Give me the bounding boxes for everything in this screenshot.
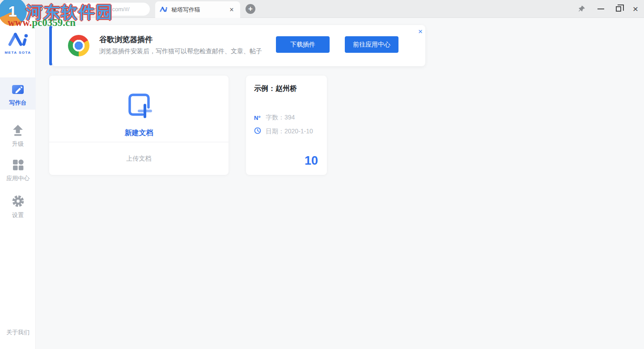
upload-arrow-icon — [12, 130, 24, 138]
gear-icon — [12, 201, 25, 209]
wordcount-text: 字数：394 — [266, 114, 295, 122]
goto-app-center-button[interactable]: 前往应用中心 — [345, 36, 398, 53]
chrome-icon — [68, 35, 89, 56]
sidebar-item-label: 写作台 — [0, 99, 36, 107]
sidebar-item-writing-desk[interactable]: 写作台 — [0, 77, 36, 110]
upload-document-button[interactable]: 上传文档 — [49, 142, 229, 175]
sidebar-about-link[interactable]: 关于我们 — [0, 328, 36, 336]
upload-document-label: 上传文档 — [127, 155, 152, 163]
sidebar-item-label: 应用中心 — [0, 174, 36, 183]
sidebar: META SOTA 写作台 升级 — [0, 18, 36, 349]
new-document-button[interactable]: 新建文档 — [49, 76, 229, 142]
sidebar-item-app-center[interactable]: 应用中心 — [0, 154, 36, 186]
banner-subtitle: 浏览器插件安装后，写作猫可以帮您检查邮件、文章、帖子 — [99, 47, 262, 55]
pin-icon[interactable] — [574, 0, 589, 18]
wordcount-row: N° 字数：394 — [254, 114, 295, 122]
sidebar-item-upgrade[interactable]: 升级 — [0, 119, 36, 151]
wordcount-icon: N° — [254, 115, 262, 121]
banner-title: 谷歌浏览器插件 — [99, 34, 153, 45]
window-close-button[interactable]: × — [628, 0, 643, 18]
download-plugin-button[interactable]: 下载插件 — [276, 36, 330, 53]
sample-document-card[interactable]: 示例：赵州桥 N° 字数：394 日期：2020-1-10 10 — [246, 76, 327, 175]
back-icon[interactable]: ← — [4, 0, 17, 18]
browser-titlebar: ← → ↻ https://xiezuocat.com/#/ 秘塔写作猫 × +… — [0, 0, 644, 18]
banner-close-icon[interactable]: × — [415, 27, 425, 37]
brand-name: META SOTA — [0, 51, 36, 55]
minimize-button[interactable] — [593, 0, 608, 18]
sidebar-item-label: 升级 — [0, 140, 36, 148]
main-content: 谷歌浏览器插件 浏览器插件安装后，写作猫可以帮您检查邮件、文章、帖子 下载插件 … — [36, 18, 644, 349]
sidebar-item-settings[interactable]: 设置 — [0, 190, 36, 222]
document-score: 10 — [305, 154, 318, 168]
app-logo: META SOTA — [0, 32, 36, 55]
clock-icon — [254, 127, 262, 136]
plugin-banner: 谷歌浏览器插件 浏览器插件安装后，写作猫可以帮您检查邮件、文章、帖子 下载插件 … — [49, 25, 425, 66]
add-document-icon — [125, 91, 153, 120]
app-grid-icon — [12, 165, 24, 172]
refresh-icon[interactable]: ↻ — [33, 0, 47, 18]
sample-doc-title: 示例：赵州桥 — [254, 84, 297, 94]
forward-icon[interactable]: → — [19, 0, 32, 18]
metasota-logo-icon — [7, 32, 29, 46]
maximize-button[interactable] — [611, 0, 626, 18]
new-document-label: 新建文档 — [49, 128, 229, 138]
new-tab-button[interactable]: + — [246, 4, 255, 14]
edit-icon — [11, 89, 25, 97]
tab-title: 秘塔写作猫 — [171, 6, 228, 14]
home-icon[interactable] — [47, 0, 60, 18]
date-row: 日期：2020-1-10 — [254, 127, 313, 136]
sidebar-item-label: 设置 — [0, 211, 36, 219]
tab-favicon-icon — [160, 6, 167, 14]
date-text: 日期：2020-1-10 — [266, 128, 313, 136]
tab-xiezuocat[interactable]: 秘塔写作猫 × — [155, 1, 240, 18]
banner-card: 谷歌浏览器插件 浏览器插件安装后，写作猫可以帮您检查邮件、文章、帖子 下载插件 … — [52, 25, 425, 66]
address-bar[interactable]: https://xiezuocat.com/#/ — [63, 3, 150, 16]
new-document-card: 新建文档 上传文档 — [49, 76, 229, 175]
tab-close-icon[interactable]: × — [228, 6, 236, 14]
